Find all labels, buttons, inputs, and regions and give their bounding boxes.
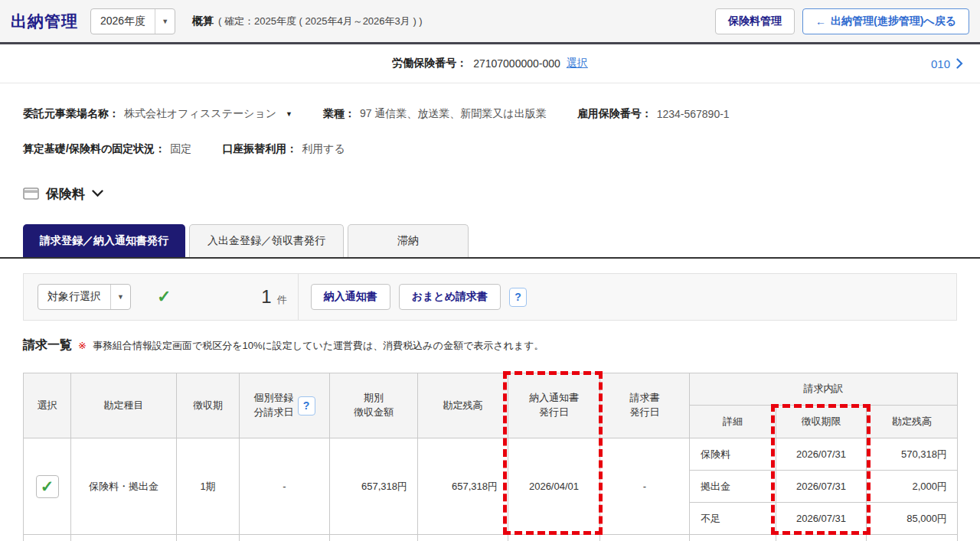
topbar-right: 保険料管理 ← 出納管理(進捗管理)へ戻る	[715, 8, 969, 34]
tab-delinquency[interactable]: 滞納	[348, 224, 469, 257]
cashier-management-page: 出納管理 2026年度 ▼ 概算 ( 確定：2025年度 ( 2025年4月～2…	[0, 0, 980, 541]
fiscal-year-value: 2026年度	[91, 9, 155, 34]
row-checkbox[interactable]: ✓	[36, 475, 59, 498]
office-info: 委託元事業場名称： 株式会社オフィスステーション ▼ 業種： 97 通信業、放送…	[0, 83, 980, 157]
client-dropdown-caret-icon[interactable]: ▼	[286, 110, 292, 118]
individual-date-cell: -	[240, 438, 330, 535]
billing-list-header: 請求一覧 ※ 事務組合情報設定画面で税区分を10%に設定していた運営費は、消費税…	[23, 337, 957, 354]
selection-check-icon: ✓	[157, 287, 171, 307]
table-row-partial	[24, 535, 958, 541]
premium-management-button[interactable]: 保険料管理	[715, 8, 795, 34]
caret-down-icon: ▼	[155, 9, 175, 34]
topbar: 出納管理 2026年度 ▼ 概算 ( 確定：2025年度 ( 2025年4月～2…	[0, 0, 980, 44]
check-icon: ✓	[41, 477, 54, 496]
fixed-status-label: 算定基礎/保険料の固定状況：	[23, 142, 165, 156]
bundled-invoice-button[interactable]: おまとめ請求書	[399, 284, 501, 310]
help-icon[interactable]: ?	[509, 288, 527, 307]
client-name-label: 委託元事業場名称：	[23, 107, 119, 121]
caret-down-icon: ▼	[110, 285, 130, 309]
fiscal-year-select[interactable]: 2026年度 ▼	[90, 8, 175, 34]
estimate-status: 概算 ( 確定：2025年度 ( 2025年4月～2026年3月 ) )	[192, 15, 423, 28]
col-header-period-amount: 期別 徴収金額	[330, 373, 418, 438]
billing-table-wrap: 選択 勘定種目 徴収期 個別登録 分請求日 ? 期別 徴収金額 勘定残高 納入通…	[23, 373, 957, 541]
industry-value: 97 通信業、放送業、新聞業又は出版業	[360, 107, 547, 121]
col-header-due-date: 徴収期限	[776, 406, 867, 438]
col-header-invoice-date: 請求書 発行日	[600, 373, 690, 438]
selected-count-value: 1	[261, 286, 271, 308]
due-date-cell: 2026/07/31	[776, 503, 867, 535]
table-row: ✓ 保険料・拠出金 1期 - 657,318円 657,318円 2026/04…	[24, 438, 958, 471]
col-header-notice-date: 納入通知書 発行日	[508, 373, 600, 438]
client-name-value: 株式会社オフィスステーション	[124, 107, 276, 121]
tab-billing-registration[interactable]: 請求登録／納入通知書発行	[23, 224, 185, 257]
account-transfer-label: 口座振替利用：	[222, 142, 297, 156]
balance-cell: 657,318円	[418, 438, 508, 535]
office-code: 010	[931, 57, 950, 70]
detail-name-cell: 保険料	[690, 438, 776, 471]
due-date-cell: 2026/07/31	[776, 471, 867, 503]
table-toolbar: 対象行選択 ▼ ✓ 1 件 納入通知書 おまとめ請求書 ?	[23, 273, 957, 321]
notice-date-cell: 2026/04/01	[508, 438, 600, 535]
detail-amount-cell: 2,000円	[867, 471, 958, 503]
tab-bar: 請求登録／納入通知書発行 入出金登録／領収書発行 滞納	[0, 224, 980, 259]
period-amount-cell: 657,318円	[330, 438, 418, 535]
account-transfer-value: 利用する	[302, 142, 345, 156]
labor-insurance-bar: 労働保険番号： 27107000000-000 選択 010	[0, 44, 980, 83]
employment-insurance-value: 1234-567890-1	[657, 108, 730, 120]
col-header-sub-balance: 勘定残高	[867, 406, 958, 438]
payment-notice-button[interactable]: 納入通知書	[311, 284, 390, 310]
industry-label: 業種：	[323, 107, 355, 121]
selected-count-unit: 件	[277, 293, 287, 307]
billing-list-note: 事務組合情報設定画面で税区分を10%に設定していた運営費は、消費税込みの金額で表…	[93, 339, 544, 353]
col-header-select: 選択	[24, 373, 71, 438]
account-type-cell: 保険料・拠出金	[71, 438, 177, 535]
col-header-balance: 勘定残高	[418, 373, 508, 438]
invoice-date-cell: -	[600, 438, 690, 535]
office-code-nav[interactable]: 010	[931, 44, 963, 83]
due-date-cell: 2026/07/31	[776, 438, 867, 471]
individual-date-label: 個別登録 分請求日	[254, 391, 294, 420]
labor-insurance-number: 27107000000-000	[473, 57, 560, 70]
col-header-detail: 詳細	[690, 406, 776, 438]
card-icon	[23, 187, 39, 200]
back-arrow-icon: ←	[815, 15, 826, 28]
row-select-dropdown[interactable]: 対象行選択 ▼	[38, 284, 131, 310]
period-cell: 1期	[177, 438, 240, 535]
col-header-period: 徴収期	[177, 373, 240, 438]
detail-amount-cell: 85,000円	[867, 503, 958, 535]
detail-name-cell: 不足	[690, 503, 776, 535]
employment-insurance-label: 雇用保険番号：	[577, 107, 652, 121]
back-to-progress-button[interactable]: ← 出納管理(進捗管理)へ戻る	[802, 8, 969, 34]
estimate-detail: ( 確定：2025年度 ( 2025年4月～2026年3月 ) )	[218, 15, 423, 28]
office-info-row-2: 算定基礎/保険料の固定状況： 固定 口座振替利用： 利用する	[23, 142, 957, 157]
office-info-row-1: 委託元事業場名称： 株式会社オフィスステーション ▼ 業種： 97 通信業、放送…	[23, 106, 957, 122]
back-button-label: 出納管理(進捗管理)へ戻る	[831, 15, 956, 28]
col-header-account-type: 勘定種目	[71, 373, 177, 438]
section-title: 保険料	[46, 185, 85, 203]
help-icon[interactable]: ?	[298, 396, 315, 416]
chevron-down-icon[interactable]	[92, 190, 103, 197]
select-link[interactable]: 選択	[567, 57, 588, 70]
detail-name-cell: 拠出金	[690, 471, 776, 503]
estimate-label: 概算	[192, 15, 214, 28]
selected-count: 1 件	[261, 286, 286, 308]
tab-deposit-withdrawal[interactable]: 入出金登録／領収書発行	[189, 224, 344, 257]
page-title: 出納管理	[11, 11, 78, 32]
fixed-status-value: 固定	[170, 142, 191, 156]
billing-list-title: 請求一覧	[23, 337, 72, 354]
labor-insurance-label: 労働保険番号：	[392, 57, 467, 70]
col-header-individual-date: 個別登録 分請求日 ?	[240, 373, 330, 438]
insurance-section-header[interactable]: 保険料	[23, 184, 980, 203]
topbar-left: 出納管理 2026年度 ▼ 概算 ( 確定：2025年度 ( 2025年4月～2…	[11, 8, 423, 34]
col-header-breakdown: 請求内訳	[690, 373, 958, 406]
note-mark-icon: ※	[78, 340, 87, 351]
detail-amount-cell: 570,318円	[867, 438, 958, 471]
select-cell: ✓	[24, 438, 71, 535]
billing-table: 選択 勘定種目 徴収期 個別登録 分請求日 ? 期別 徴収金額 勘定残高 納入通…	[23, 373, 958, 541]
toolbar-divider	[298, 274, 299, 320]
chevron-right-icon	[956, 58, 963, 69]
row-select-value: 対象行選択	[38, 285, 110, 309]
